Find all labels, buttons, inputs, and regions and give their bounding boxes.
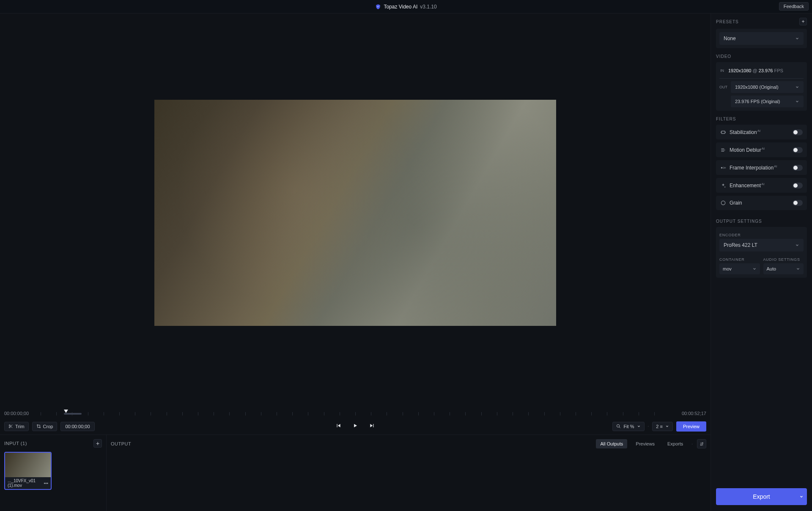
encoder-label: ENCODER bbox=[719, 233, 804, 237]
in-fps: 23.976 bbox=[759, 68, 773, 73]
play-icon bbox=[352, 423, 358, 429]
enhancement-toggle[interactable] bbox=[793, 183, 803, 189]
chevron-down-icon bbox=[796, 267, 800, 271]
chevron-down-icon bbox=[795, 243, 799, 247]
preview-area bbox=[0, 14, 710, 409]
chevron-down-icon bbox=[795, 85, 799, 89]
frame-interpolation-toggle[interactable] bbox=[793, 165, 803, 171]
chevron-down-icon bbox=[665, 424, 669, 428]
output-settings-label: OUTPUT SETTINGS bbox=[716, 219, 762, 224]
fps-unit: FPS bbox=[774, 68, 783, 73]
at-symbol: @ bbox=[753, 68, 757, 73]
chevron-down-icon bbox=[795, 36, 799, 41]
preview-canvas[interactable] bbox=[154, 100, 556, 326]
encoder-select[interactable]: ProRes 422 LT bbox=[719, 239, 804, 251]
magnifier-icon bbox=[616, 424, 621, 429]
sidebar: PRESETS + None VIDEO IN 1920x1080 @ 23.9… bbox=[710, 14, 812, 511]
app-title: Topaz Video AI v3.1.10 bbox=[375, 4, 436, 10]
svg-point-6 bbox=[725, 167, 726, 168]
preset-value: None bbox=[724, 36, 736, 41]
container-label: CONTAINER bbox=[719, 257, 760, 262]
filter-stabilization[interactable]: StabilizationAI bbox=[716, 125, 807, 139]
timeline-selected-range[interactable] bbox=[64, 413, 82, 415]
thumbnail-image bbox=[5, 453, 51, 477]
add-preset-button[interactable]: + bbox=[799, 18, 807, 25]
current-timecode[interactable]: 00:00:00;00 bbox=[60, 422, 94, 431]
out-resolution: 1920x1080 (Original) bbox=[735, 85, 779, 90]
output-fps-select[interactable]: 23.976 FPS (Original) bbox=[731, 96, 804, 107]
zoom-dropdown[interactable]: Fit % bbox=[612, 422, 644, 431]
preset-select[interactable]: None bbox=[719, 32, 804, 45]
timeline-track[interactable] bbox=[41, 410, 670, 417]
out-badge: OUT bbox=[719, 81, 727, 89]
input-thumbnail[interactable]: ..._10VFX_v01 (1).mov ••• bbox=[4, 452, 52, 490]
audio-select[interactable]: Auto bbox=[763, 263, 804, 274]
timeline[interactable]: 00:00:00;00 00:00:52;17 bbox=[0, 409, 710, 418]
container-value: mov bbox=[723, 266, 732, 271]
feedback-button[interactable]: Feedback bbox=[779, 2, 809, 11]
presets-label: PRESETS bbox=[716, 19, 739, 24]
sort-icon bbox=[700, 442, 704, 446]
filter-frame-interpolation[interactable]: Frame InterpolationAI bbox=[716, 160, 807, 175]
grain-toggle[interactable] bbox=[793, 200, 803, 206]
in-resolution: 1920x1080 bbox=[728, 68, 751, 73]
tab-all-outputs[interactable]: All Outputs bbox=[596, 439, 627, 448]
split-view-dropdown[interactable]: 2 ≡ bbox=[652, 422, 673, 431]
play-button[interactable] bbox=[351, 421, 360, 432]
output-panel: OUTPUT All Outputs Previews Exports · bbox=[107, 435, 710, 511]
tab-exports[interactable]: Exports bbox=[663, 439, 687, 448]
filter-motion-deblur[interactable]: Motion DeblurAI bbox=[716, 142, 807, 157]
add-input-button[interactable]: + bbox=[93, 439, 102, 448]
enhancement-icon bbox=[720, 183, 726, 189]
thumbnail-filename: ..._10VFX_v01 (1).mov bbox=[8, 478, 44, 488]
filter-name: Stabilization bbox=[730, 129, 757, 135]
step-back-button[interactable] bbox=[334, 421, 343, 432]
export-dropdown-button[interactable] bbox=[795, 493, 804, 500]
trim-button[interactable]: Trim bbox=[4, 422, 29, 431]
video-in-info: IN 1920x1080 @ 23.976 FPS bbox=[719, 66, 804, 76]
audio-label: AUDIO SETTINGS bbox=[763, 257, 804, 262]
export-button[interactable]: Export bbox=[716, 488, 807, 505]
out-fps: 23.976 FPS (Original) bbox=[735, 99, 780, 104]
container-select[interactable]: mov bbox=[719, 263, 760, 274]
tab-previews[interactable]: Previews bbox=[631, 439, 659, 448]
svg-point-5 bbox=[723, 167, 724, 169]
motion-deblur-icon bbox=[720, 147, 726, 153]
separator: · bbox=[691, 442, 693, 446]
step-forward-button[interactable] bbox=[368, 421, 377, 432]
svg-point-2 bbox=[617, 424, 620, 427]
frame-interpolation-icon bbox=[720, 165, 726, 171]
filters-label: FILTERS bbox=[716, 117, 736, 121]
timeline-start-timecode: 00:00:00;00 bbox=[4, 411, 38, 416]
audio-value: Auto bbox=[767, 266, 776, 271]
motion-deblur-toggle[interactable] bbox=[793, 147, 803, 153]
crop-label: Crop bbox=[43, 424, 53, 429]
encoder-value: ProRes 422 LT bbox=[724, 242, 757, 248]
timeline-playhead[interactable] bbox=[64, 410, 68, 413]
step-back-icon bbox=[335, 423, 341, 429]
chevron-down-icon bbox=[799, 495, 804, 499]
split-value: 2 ≡ bbox=[656, 424, 663, 429]
thumbnail-menu-button[interactable]: ••• bbox=[44, 481, 48, 486]
filter-name: Enhancement bbox=[730, 183, 761, 189]
chevron-down-icon bbox=[752, 267, 757, 271]
stabilization-toggle[interactable] bbox=[793, 129, 803, 135]
filter-grain[interactable]: Grain bbox=[716, 196, 807, 210]
crop-button[interactable]: Crop bbox=[32, 422, 58, 431]
in-badge: IN bbox=[720, 68, 724, 73]
sort-button[interactable] bbox=[697, 439, 706, 448]
chevron-down-icon bbox=[795, 99, 799, 104]
preview-button[interactable]: Preview bbox=[676, 421, 706, 432]
grain-icon bbox=[720, 200, 726, 206]
filter-enhancement[interactable]: EnhancementAI bbox=[716, 178, 807, 193]
crop-icon bbox=[36, 424, 41, 429]
output-resolution-select[interactable]: 1920x1080 (Original) bbox=[731, 81, 804, 93]
export-label: Export bbox=[753, 493, 770, 500]
input-panel: INPUT (1) + ..._10VFX_v01 (1).mov ••• bbox=[0, 435, 107, 511]
app-name: Topaz Video AI bbox=[384, 4, 417, 10]
svg-rect-3 bbox=[721, 131, 725, 134]
controls-row: Trim Crop 00:00:00;00 Fit % bbox=[0, 418, 710, 435]
svg-point-7 bbox=[721, 201, 725, 205]
titlebar: Topaz Video AI v3.1.10 Feedback bbox=[0, 0, 812, 14]
scissors-icon bbox=[8, 424, 13, 429]
